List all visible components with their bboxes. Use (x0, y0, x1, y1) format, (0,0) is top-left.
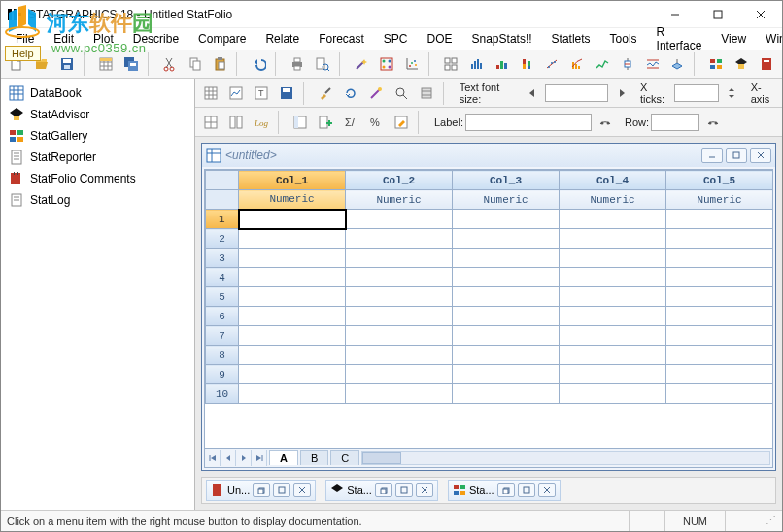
nav-statfolio-comments[interactable]: StatFolio Comments (1, 168, 194, 189)
cell[interactable] (346, 346, 453, 365)
grid-icon[interactable] (199, 111, 222, 134)
controlchart-icon[interactable] (641, 52, 664, 76)
paste-icon[interactable] (209, 52, 232, 76)
cell[interactable] (666, 268, 773, 287)
mdi-tab[interactable]: Sta... (325, 480, 438, 501)
cell[interactable] (239, 346, 346, 365)
histogram-icon[interactable] (464, 52, 488, 76)
cell[interactable] (239, 326, 346, 346)
mdi-close-icon[interactable] (538, 483, 556, 497)
cell[interactable] (560, 249, 666, 268)
menu-relate[interactable]: Relate (256, 30, 308, 48)
tab-nav-next-icon[interactable] (236, 450, 252, 466)
column-props-icon[interactable] (289, 111, 312, 134)
row-header[interactable]: 9 (206, 365, 239, 384)
cell[interactable] (560, 346, 666, 365)
cell[interactable] (453, 326, 560, 346)
menu-forecast[interactable]: Forecast (310, 30, 373, 48)
data-grid[interactable]: Col_1 Col_2 Col_3 Col_4 Col_5 Numeric Nu… (205, 170, 773, 404)
brush-icon[interactable] (314, 82, 337, 105)
sigma-icon[interactable]: Σ/ (339, 111, 362, 134)
cell[interactable] (666, 384, 773, 404)
textfont-left-icon[interactable] (522, 82, 543, 105)
wand-icon[interactable] (364, 82, 388, 105)
col-type[interactable]: Numeric (666, 190, 773, 210)
nav-statlog[interactable]: StatLog (1, 189, 194, 211)
copy-icon[interactable] (184, 52, 207, 76)
mdi-tab[interactable]: Un... (206, 480, 316, 501)
cell[interactable] (453, 229, 560, 249)
sheet-hscroll[interactable] (361, 451, 770, 465)
cell[interactable] (453, 249, 560, 268)
menu-edit[interactable]: Edit (45, 30, 83, 48)
cell[interactable] (560, 268, 666, 287)
cell[interactable] (239, 365, 346, 384)
chart-view-icon[interactable] (224, 82, 248, 105)
rotate-icon[interactable] (339, 82, 362, 105)
menu-describe[interactable]: Describe (124, 30, 187, 48)
book-icon[interactable] (755, 52, 778, 76)
find-row-icon[interactable] (701, 111, 725, 134)
row-header[interactable]: 1 (206, 210, 239, 229)
doc-minimize-button[interactable] (701, 148, 723, 163)
tab-nav-prev-icon[interactable] (221, 450, 236, 466)
cell[interactable] (346, 268, 453, 287)
regression-icon[interactable] (540, 52, 563, 76)
row-header[interactable]: 5 (206, 287, 239, 307)
row-input[interactable] (651, 114, 699, 131)
mdi-close-icon[interactable] (293, 483, 311, 497)
design-icon[interactable] (375, 52, 398, 76)
grid-corner[interactable] (206, 171, 239, 190)
col-header[interactable]: Col_3 (453, 171, 560, 190)
find-icon[interactable] (594, 111, 617, 134)
help-badge[interactable]: Help (5, 46, 41, 61)
mdi-max-icon[interactable] (273, 483, 290, 497)
preview-icon[interactable] (311, 52, 334, 76)
cell[interactable] (666, 326, 773, 346)
datasheet-titlebar[interactable]: <untitled> (202, 144, 775, 167)
cell[interactable] (453, 210, 560, 229)
edit-cell-icon[interactable] (390, 111, 413, 134)
advisor-icon[interactable] (730, 52, 753, 76)
datasheet-icon[interactable] (94, 52, 118, 76)
mdi-tab[interactable]: Sta... (448, 480, 561, 501)
cell[interactable] (666, 307, 773, 326)
mdi-restore-icon[interactable] (375, 483, 392, 497)
cell[interactable] (666, 287, 773, 307)
col-header[interactable]: Col_2 (346, 171, 453, 190)
matrix-icon[interactable] (439, 52, 462, 76)
stackedbar-icon[interactable] (515, 52, 538, 76)
cell[interactable] (560, 307, 666, 326)
save-output-icon[interactable] (275, 82, 298, 105)
gallery-icon[interactable] (704, 52, 728, 76)
cell[interactable] (346, 307, 453, 326)
mdi-restore-icon[interactable] (497, 483, 515, 497)
row-header[interactable]: 8 (206, 346, 239, 365)
mdi-close-icon[interactable] (416, 483, 433, 497)
menu-compare[interactable]: Compare (189, 30, 255, 48)
xticks-field[interactable] (674, 84, 720, 102)
cell[interactable] (453, 268, 560, 287)
cell[interactable] (346, 229, 453, 249)
sheet-tab-a[interactable]: A (269, 450, 298, 465)
menu-rinterface[interactable]: R Interface (648, 23, 711, 54)
tab-nav-last-icon[interactable] (252, 450, 267, 466)
menu-plot[interactable]: Plot (85, 30, 122, 48)
cell-active[interactable] (239, 210, 346, 229)
cell[interactable] (560, 365, 666, 384)
cell[interactable] (346, 249, 453, 268)
cell[interactable] (239, 229, 346, 249)
row-header[interactable]: 4 (206, 268, 239, 287)
col-type[interactable]: Numeric (453, 190, 560, 210)
nav-statreporter[interactable]: StatReporter (1, 147, 194, 168)
cell[interactable] (239, 384, 346, 404)
zoom-icon[interactable] (390, 82, 413, 105)
menu-doe[interactable]: DOE (419, 30, 461, 48)
mdi-restore-icon[interactable] (253, 483, 270, 497)
cell[interactable] (666, 210, 773, 229)
label-input[interactable] (465, 114, 592, 131)
cell[interactable] (346, 384, 453, 404)
cell[interactable] (666, 229, 773, 249)
textfont-slider[interactable] (545, 84, 608, 102)
col-header[interactable]: Col_4 (560, 171, 666, 190)
